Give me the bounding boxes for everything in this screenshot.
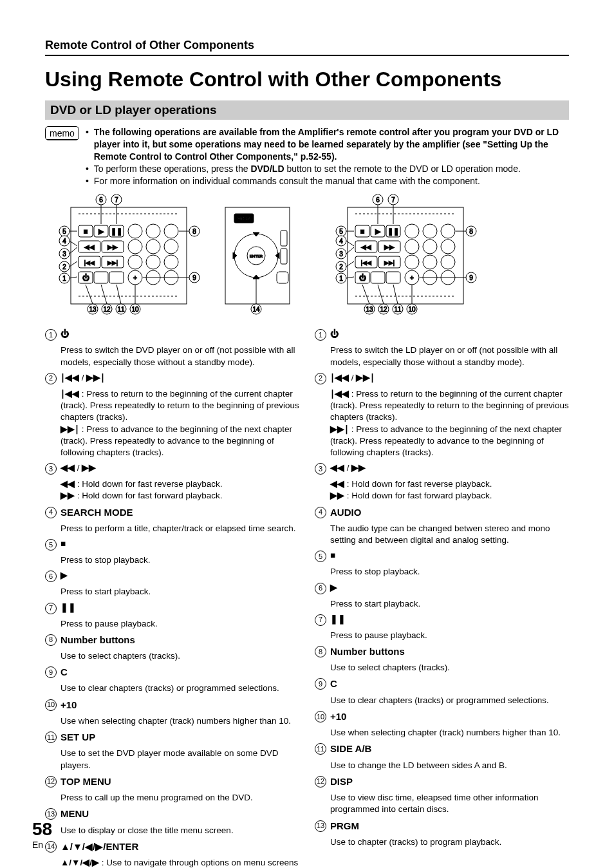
power-icon: ⏻ bbox=[330, 329, 339, 339]
svg-text:11: 11 bbox=[117, 306, 125, 313]
ld-item-6: 6▶ bbox=[315, 582, 569, 594]
intro-bullets: The following operations are available f… bbox=[86, 126, 569, 187]
svg-text:6: 6 bbox=[376, 196, 380, 203]
svg-text:■: ■ bbox=[360, 227, 365, 235]
svg-text:▶▶: ▶▶ bbox=[384, 243, 395, 250]
ld-item-2: 2∣◀◀ / ▶▶∣ bbox=[315, 372, 569, 384]
dvd-item-12: 12TOP MENU bbox=[45, 775, 299, 788]
skip-prev-icon: ∣◀◀ bbox=[60, 373, 79, 382]
ld-item-11: 11SIDE A/B bbox=[315, 742, 569, 755]
svg-point-24 bbox=[146, 255, 160, 269]
diagram-dvd: ■ ▶ ❚❚ ◀◀ ▶▶ |◀◀ ▶▶| ⏻ + 5 4 3 bbox=[45, 194, 296, 317]
svg-point-17 bbox=[146, 240, 160, 254]
svg-point-103 bbox=[441, 240, 455, 254]
svg-rect-0 bbox=[71, 207, 187, 304]
svg-text:7: 7 bbox=[391, 196, 395, 203]
ld-item-3: 3◀◀ / ▶▶ bbox=[315, 462, 569, 475]
svg-line-71 bbox=[101, 285, 107, 304]
svg-text:4: 4 bbox=[62, 238, 66, 245]
stop-icon: ■ bbox=[330, 551, 335, 560]
svg-text:▶▶: ▶▶ bbox=[107, 243, 118, 250]
svg-point-95 bbox=[423, 224, 437, 238]
ld-desc-2: ∣◀◀ : Press to return to the beginning o… bbox=[315, 388, 569, 458]
skip-prev-icon: ∣◀◀ bbox=[330, 373, 349, 382]
dvd-item-2: 2∣◀◀ / ▶▶∣ bbox=[45, 372, 299, 384]
dvd-desc-1: Press to switch the DVD player on or off… bbox=[45, 344, 299, 368]
svg-text:11: 11 bbox=[394, 306, 402, 313]
dvd-item-4: 4SEARCH MODE bbox=[45, 506, 299, 519]
svg-point-9 bbox=[128, 224, 142, 238]
svg-line-155 bbox=[393, 285, 398, 304]
svg-rect-80 bbox=[281, 249, 287, 264]
svg-text:❚❚: ❚❚ bbox=[387, 227, 399, 236]
svg-text:⏻: ⏻ bbox=[359, 274, 366, 281]
svg-point-94 bbox=[405, 224, 419, 238]
svg-rect-85 bbox=[348, 207, 463, 304]
ld-item-5: 5■ bbox=[315, 550, 569, 562]
dvd-item-13: 13MENU bbox=[45, 807, 299, 820]
svg-line-157 bbox=[362, 285, 369, 304]
svg-text:|◀◀: |◀◀ bbox=[361, 259, 371, 266]
svg-text:3: 3 bbox=[339, 250, 343, 258]
svg-text:3: 3 bbox=[62, 250, 66, 258]
ld-item-4: 4AUDIO bbox=[315, 506, 569, 519]
svg-text:10: 10 bbox=[408, 306, 416, 313]
dvd-item-3: 3◀◀ / ▶▶ bbox=[45, 462, 299, 475]
dvd-desc-11: Use to set the DVD player mode available… bbox=[45, 748, 299, 771]
svg-text:▶▶|: ▶▶| bbox=[384, 259, 395, 266]
svg-line-156 bbox=[378, 285, 384, 304]
svg-line-72 bbox=[86, 285, 93, 304]
dvd-item-7: 7❚❚ bbox=[45, 602, 299, 614]
skip-next-icon: ▶▶∣ bbox=[356, 373, 375, 382]
svg-text:7: 7 bbox=[115, 196, 118, 203]
svg-text:12: 12 bbox=[103, 306, 111, 313]
intro-bullet-2: To perform these operations, press the D… bbox=[94, 163, 521, 175]
dvd-item-11: 11SET UP bbox=[45, 731, 299, 744]
svg-text:1: 1 bbox=[62, 275, 66, 282]
ld-desc-1: Press to switch the LD player on or off … bbox=[315, 344, 569, 368]
svg-point-16 bbox=[128, 240, 142, 254]
svg-text:13: 13 bbox=[366, 306, 373, 313]
svg-point-18 bbox=[164, 240, 178, 254]
svg-text:2: 2 bbox=[62, 263, 66, 270]
dvd-desc-13: Use to display or close the title menu s… bbox=[45, 825, 299, 836]
dvd-item-5: 5■ bbox=[45, 538, 299, 551]
svg-text:❚❚: ❚❚ bbox=[111, 227, 122, 236]
dvd-item-9: 9C bbox=[45, 666, 299, 679]
dvd-desc-2: ∣◀◀ : Press to return to the beginning o… bbox=[45, 388, 299, 458]
svg-text:14: 14 bbox=[252, 306, 260, 313]
rewind-icon: ◀◀ bbox=[330, 463, 344, 473]
dvd-desc-8: Use to select chapters (tracks). bbox=[45, 650, 299, 662]
page-title: Using Remote Control with Other Componen… bbox=[45, 68, 569, 91]
svg-point-11 bbox=[164, 224, 178, 238]
svg-text:6: 6 bbox=[99, 196, 103, 203]
svg-text:12: 12 bbox=[380, 306, 387, 313]
intro-bullet-3: For more information on individual comma… bbox=[94, 175, 480, 187]
svg-point-110 bbox=[441, 255, 455, 269]
svg-text:4: 4 bbox=[339, 238, 343, 245]
svg-text:8: 8 bbox=[192, 228, 196, 235]
memo-intro: memo The following operations are availa… bbox=[45, 126, 569, 187]
skip-next-icon: ▶▶∣ bbox=[86, 373, 105, 382]
ld-desc-9: Use to clear chapters (tracks) or progra… bbox=[315, 695, 569, 706]
play-icon: ▶ bbox=[60, 571, 68, 580]
svg-text:8: 8 bbox=[469, 228, 473, 235]
ld-desc-3: ◀◀ : Hold down for fast reverse playback… bbox=[315, 478, 569, 502]
svg-text:|◀◀: |◀◀ bbox=[84, 259, 95, 266]
svg-point-23 bbox=[128, 255, 142, 269]
ld-item-10: 10+10 bbox=[315, 710, 569, 723]
ld-item-8: 8Number buttons bbox=[315, 645, 569, 658]
svg-rect-79 bbox=[281, 231, 287, 246]
svg-point-102 bbox=[423, 240, 437, 254]
ld-column: 1⏻ Press to switch the LD player on or o… bbox=[315, 328, 569, 868]
svg-line-70 bbox=[116, 285, 121, 304]
power-icon: ⏻ bbox=[60, 329, 70, 339]
ld-desc-8: Use to select chapters (tracks). bbox=[315, 662, 569, 674]
dvd-item-1: 1⏻ bbox=[45, 328, 299, 341]
dvd-item-10: 10+10 bbox=[45, 699, 299, 712]
section-header: Remote Control of Other Components bbox=[45, 39, 569, 56]
svg-rect-28 bbox=[94, 272, 108, 283]
svg-text:▶▶|: ▶▶| bbox=[107, 259, 118, 266]
pause-icon: ❚❚ bbox=[60, 603, 76, 612]
svg-text:◀◀: ◀◀ bbox=[84, 243, 95, 250]
